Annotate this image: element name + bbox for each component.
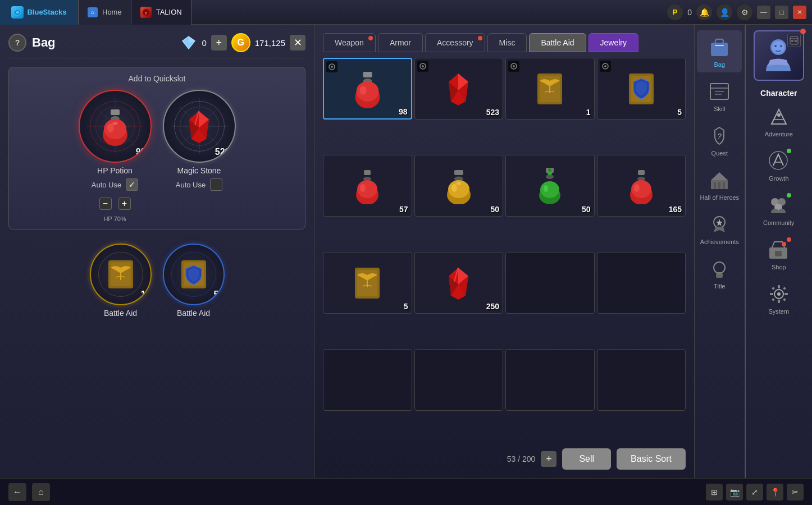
add-diamonds-button[interactable]: +: [211, 35, 227, 50]
svg-marker-99: [716, 219, 723, 226]
tab-jewelry[interactable]: Jewelry: [589, 33, 638, 52]
inv-cell-7[interactable]: 50: [505, 155, 595, 217]
hp-minus-button[interactable]: −: [99, 198, 112, 210]
inv-cell-8[interactable]: 165: [597, 155, 686, 217]
svg-rect-87: [715, 45, 724, 46]
minimize-button[interactable]: —: [757, 6, 770, 19]
location-button[interactable]: 📍: [767, 484, 783, 501]
svg-text:T: T: [144, 11, 147, 16]
diamond-icon: [180, 35, 197, 50]
inv-cell-11[interactable]: [505, 252, 595, 314]
sell-button[interactable]: Sell: [562, 448, 611, 470]
svg-point-69: [540, 181, 559, 198]
hall-sidebar-label: Hall of Heroes: [700, 194, 739, 201]
svg-point-59: [360, 184, 366, 192]
inv-cell-12[interactable]: [597, 252, 686, 314]
char-menu-community[interactable]: Community: [751, 189, 807, 231]
inv-cell-6[interactable]: 50: [414, 155, 504, 217]
inv-cell-15[interactable]: [505, 349, 595, 411]
inv-cell-1[interactable]: 98: [323, 58, 412, 120]
char-menu-shop[interactable]: Shop: [751, 233, 807, 275]
hp-potion-count: 98: [136, 147, 146, 157]
svg-rect-10: [111, 109, 120, 115]
quickslot-item-hp-potion[interactable]: 98 HP Potion Auto Use ✓ − + HP 70%: [79, 90, 152, 222]
bag-close-button[interactable]: ✕: [290, 35, 305, 50]
tab-weapon[interactable]: Weapon: [323, 33, 376, 52]
back-button[interactable]: ←: [8, 483, 26, 501]
help-button[interactable]: ?: [8, 34, 26, 52]
notification-icon[interactable]: 🔔: [696, 4, 712, 20]
inv-cell-14[interactable]: [414, 349, 504, 411]
sidebar-item-achievements[interactable]: Achievements: [697, 208, 742, 250]
maximize-button[interactable]: □: [775, 6, 788, 19]
expand-capacity-button[interactable]: +: [541, 451, 556, 467]
gold-count: 171,125: [255, 38, 285, 48]
resize-button[interactable]: ⤢: [746, 484, 763, 501]
community-icon: [767, 193, 791, 218]
premium-icon[interactable]: P: [667, 4, 683, 20]
hp-plus-button[interactable]: +: [118, 198, 131, 210]
auto-use-magic-checkbox[interactable]: [210, 178, 222, 191]
adventure-icon: [767, 104, 791, 129]
char-portrait-overlay: [787, 34, 801, 47]
svg-point-65: [457, 182, 461, 185]
cell-7-green-potion-icon: [533, 166, 567, 205]
settings-icon[interactable]: ⚙: [737, 4, 752, 20]
cell-2-count: 523: [486, 108, 499, 117]
tab-weapon-label: Weapon: [335, 38, 364, 47]
weapon-tab-dot: [368, 36, 373, 40]
quickslot-item-magic-stone[interactable]: 523 Magic Stone Auto Use: [163, 90, 236, 222]
cell-10-count: 250: [486, 302, 499, 311]
svg-rect-55: [364, 170, 371, 175]
inventory-tabs: Weapon Armor Accessory Misc Battle Aid J…: [323, 33, 686, 52]
inv-cell-3[interactable]: 1: [505, 58, 595, 120]
growth-green-dot: [787, 149, 791, 153]
tab-misc[interactable]: Misc: [487, 33, 527, 52]
inv-cell-16[interactable]: [597, 349, 686, 411]
inv-cell-4[interactable]: 5: [597, 58, 686, 120]
hall-icon: [707, 168, 732, 192]
home-tab-label: Home: [102, 8, 122, 16]
account-icon[interactable]: 👤: [717, 4, 732, 20]
tab-armor[interactable]: Armor: [378, 33, 423, 52]
shop-red-dot: [787, 237, 791, 242]
inv-cell-13[interactable]: [323, 349, 412, 411]
gold-icon: G: [231, 33, 250, 52]
auto-use-hp-label: Auto Use: [92, 181, 121, 189]
char-menu-system[interactable]: System: [751, 277, 807, 319]
grid-view-button[interactable]: ⊞: [706, 484, 723, 501]
svg-point-111: [777, 113, 781, 117]
inv-cell-10[interactable]: 250: [414, 252, 504, 314]
tab-battle-aid[interactable]: Battle Aid: [529, 33, 586, 52]
battle-aid-item-1[interactable]: 1 Battle Aid: [90, 244, 152, 318]
tab-accessory[interactable]: Accessory: [425, 33, 485, 52]
inv-cell-9[interactable]: 5: [323, 252, 412, 314]
char-menu-adventure[interactable]: Adventure: [751, 100, 807, 142]
close-button[interactable]: ✕: [793, 6, 806, 19]
battle-aid-item-2[interactable]: 5 Battle Aid: [163, 244, 225, 318]
char-menu-growth[interactable]: Growth: [751, 144, 807, 186]
tool-button[interactable]: ✂: [787, 484, 804, 501]
inv-cell-5[interactable]: 57: [323, 155, 412, 217]
cell-corner-icon-2: [417, 61, 428, 72]
tab-battle-aid-label: Battle Aid: [541, 38, 574, 47]
bluestacks-logo[interactable]: BlueStacks: [0, 0, 79, 25]
auto-use-hp-checkbox[interactable]: ✓: [126, 178, 138, 191]
sidebar-item-hall[interactable]: Hall of Heroes: [697, 163, 742, 205]
character-avatar[interactable]: [754, 30, 804, 81]
left-panel: ? Bag 0 + G 171,125 ✕ Add to Quickslot: [0, 25, 314, 478]
cell-9-count: 5: [404, 302, 408, 311]
inv-cell-2[interactable]: 523: [414, 58, 504, 120]
sidebar-item-quest[interactable]: ? Quest: [697, 119, 742, 161]
camera-button[interactable]: 📷: [726, 484, 743, 501]
quickslot-section: Add to Quickslot: [8, 67, 305, 229]
sort-button[interactable]: Basic Sort: [617, 448, 686, 470]
home-button[interactable]: ⌂: [32, 483, 50, 501]
cell-8-count: 165: [669, 205, 682, 214]
sidebar-item-skill[interactable]: Skill: [697, 75, 742, 117]
sidebar-item-bag[interactable]: Bag: [697, 30, 742, 72]
sidebar-item-title[interactable]: Title: [697, 252, 742, 294]
home-tab[interactable]: ⌂ Home: [79, 0, 131, 25]
title-bar: BlueStacks ⌂ Home T TALION P 0 🔔 👤 ⚙ — □: [0, 0, 812, 25]
game-tab[interactable]: T TALION: [131, 0, 191, 25]
